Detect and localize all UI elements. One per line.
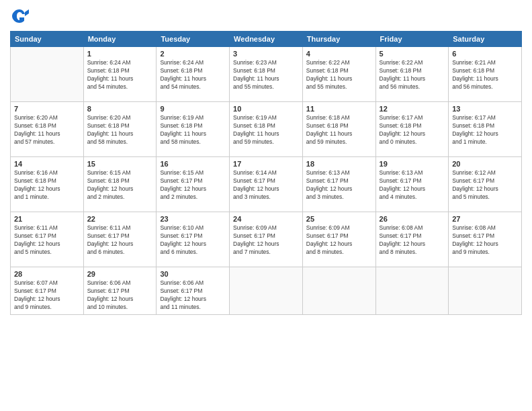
day-info: Sunrise: 6:13 AM Sunset: 6:17 PM Dayligh… xyxy=(380,169,445,201)
calendar-cell: 24Sunrise: 6:09 AM Sunset: 6:17 PM Dayli… xyxy=(230,212,303,267)
day-number: 5 xyxy=(380,50,445,58)
day-number: 27 xyxy=(452,215,518,223)
calendar-header-thursday: Thursday xyxy=(302,32,375,47)
day-number: 10 xyxy=(233,105,299,113)
calendar-cell xyxy=(11,47,84,102)
calendar-cell: 8Sunrise: 6:20 AM Sunset: 6:18 PM Daylig… xyxy=(83,102,157,157)
day-number: 29 xyxy=(87,270,153,278)
calendar-week-row: 28Sunrise: 6:07 AM Sunset: 6:17 PM Dayli… xyxy=(11,267,522,315)
page: SundayMondayTuesdayWednesdayThursdayFrid… xyxy=(0,0,532,411)
calendar-cell: 9Sunrise: 6:19 AM Sunset: 6:18 PM Daylig… xyxy=(157,102,230,157)
day-info: Sunrise: 6:06 AM Sunset: 6:17 PM Dayligh… xyxy=(87,279,153,312)
calendar-cell xyxy=(449,267,522,315)
day-info: Sunrise: 6:13 AM Sunset: 6:17 PM Dayligh… xyxy=(306,169,372,201)
day-info: Sunrise: 6:08 AM Sunset: 6:17 PM Dayligh… xyxy=(452,224,518,257)
day-number: 11 xyxy=(306,105,372,113)
calendar-week-row: 1Sunrise: 6:24 AM Sunset: 6:18 PM Daylig… xyxy=(11,47,522,102)
calendar-cell: 22Sunrise: 6:11 AM Sunset: 6:17 PM Dayli… xyxy=(83,212,157,267)
calendar-cell xyxy=(230,267,303,315)
calendar-header-wednesday: Wednesday xyxy=(230,32,303,47)
day-info: Sunrise: 6:08 AM Sunset: 6:17 PM Dayligh… xyxy=(380,224,445,257)
calendar-header-tuesday: Tuesday xyxy=(157,32,230,47)
calendar-week-row: 7Sunrise: 6:20 AM Sunset: 6:18 PM Daylig… xyxy=(11,102,522,157)
calendar-cell: 3Sunrise: 6:23 AM Sunset: 6:18 PM Daylig… xyxy=(230,47,303,102)
calendar-cell: 14Sunrise: 6:16 AM Sunset: 6:18 PM Dayli… xyxy=(11,157,84,212)
calendar-cell: 25Sunrise: 6:09 AM Sunset: 6:17 PM Dayli… xyxy=(302,212,375,267)
day-number: 26 xyxy=(380,215,445,223)
day-info: Sunrise: 6:18 AM Sunset: 6:18 PM Dayligh… xyxy=(306,114,372,146)
day-info: Sunrise: 6:15 AM Sunset: 6:17 PM Dayligh… xyxy=(160,169,226,201)
day-number: 9 xyxy=(160,105,226,113)
day-info: Sunrise: 6:22 AM Sunset: 6:18 PM Dayligh… xyxy=(306,59,372,91)
calendar-cell: 30Sunrise: 6:06 AM Sunset: 6:17 PM Dayli… xyxy=(157,267,230,315)
day-info: Sunrise: 6:16 AM Sunset: 6:18 PM Dayligh… xyxy=(14,169,80,201)
calendar-cell: 23Sunrise: 6:10 AM Sunset: 6:17 PM Dayli… xyxy=(157,212,230,267)
day-info: Sunrise: 6:06 AM Sunset: 6:17 PM Dayligh… xyxy=(160,279,226,312)
calendar-cell: 27Sunrise: 6:08 AM Sunset: 6:17 PM Dayli… xyxy=(449,212,522,267)
calendar-cell: 5Sunrise: 6:22 AM Sunset: 6:18 PM Daylig… xyxy=(375,47,449,102)
day-number: 17 xyxy=(233,160,299,168)
day-info: Sunrise: 6:22 AM Sunset: 6:18 PM Dayligh… xyxy=(380,59,445,91)
day-number: 23 xyxy=(160,215,226,223)
day-info: Sunrise: 6:24 AM Sunset: 6:18 PM Dayligh… xyxy=(160,59,226,91)
day-number: 16 xyxy=(160,160,226,168)
day-number: 30 xyxy=(160,270,226,278)
day-number: 14 xyxy=(14,160,80,168)
day-number: 1 xyxy=(87,50,153,58)
calendar-cell: 26Sunrise: 6:08 AM Sunset: 6:17 PM Dayli… xyxy=(375,212,449,267)
day-number: 22 xyxy=(87,215,153,223)
day-info: Sunrise: 6:17 AM Sunset: 6:18 PM Dayligh… xyxy=(380,114,445,146)
day-info: Sunrise: 6:11 AM Sunset: 6:17 PM Dayligh… xyxy=(87,224,153,257)
calendar-cell: 16Sunrise: 6:15 AM Sunset: 6:17 PM Dayli… xyxy=(157,157,230,212)
calendar-cell xyxy=(302,267,375,315)
day-info: Sunrise: 6:11 AM Sunset: 6:17 PM Dayligh… xyxy=(14,224,80,257)
day-info: Sunrise: 6:10 AM Sunset: 6:17 PM Dayligh… xyxy=(160,224,226,257)
day-number: 4 xyxy=(306,50,372,58)
calendar-cell: 18Sunrise: 6:13 AM Sunset: 6:17 PM Dayli… xyxy=(302,157,375,212)
calendar-cell: 4Sunrise: 6:22 AM Sunset: 6:18 PM Daylig… xyxy=(302,47,375,102)
calendar-header-saturday: Saturday xyxy=(449,32,522,47)
day-info: Sunrise: 6:20 AM Sunset: 6:18 PM Dayligh… xyxy=(87,114,153,146)
day-number: 8 xyxy=(87,105,153,113)
day-info: Sunrise: 6:17 AM Sunset: 6:18 PM Dayligh… xyxy=(452,114,518,146)
day-number: 19 xyxy=(380,160,445,168)
calendar-cell: 29Sunrise: 6:06 AM Sunset: 6:17 PM Dayli… xyxy=(83,267,157,315)
day-info: Sunrise: 6:23 AM Sunset: 6:18 PM Dayligh… xyxy=(233,59,299,91)
day-info: Sunrise: 6:09 AM Sunset: 6:17 PM Dayligh… xyxy=(306,224,372,257)
day-number: 24 xyxy=(233,215,299,223)
calendar-cell: 12Sunrise: 6:17 AM Sunset: 6:18 PM Dayli… xyxy=(375,102,449,157)
calendar-cell: 19Sunrise: 6:13 AM Sunset: 6:17 PM Dayli… xyxy=(375,157,449,212)
logo xyxy=(10,7,32,26)
day-info: Sunrise: 6:19 AM Sunset: 6:18 PM Dayligh… xyxy=(160,114,226,146)
header xyxy=(10,7,522,26)
calendar-cell: 21Sunrise: 6:11 AM Sunset: 6:17 PM Dayli… xyxy=(11,212,84,267)
calendar-cell: 11Sunrise: 6:18 AM Sunset: 6:18 PM Dayli… xyxy=(302,102,375,157)
day-info: Sunrise: 6:24 AM Sunset: 6:18 PM Dayligh… xyxy=(87,59,153,91)
logo-icon xyxy=(10,7,29,26)
calendar-cell xyxy=(375,267,449,315)
calendar-cell: 28Sunrise: 6:07 AM Sunset: 6:17 PM Dayli… xyxy=(11,267,84,315)
calendar-cell: 20Sunrise: 6:12 AM Sunset: 6:17 PM Dayli… xyxy=(449,157,522,212)
day-number: 3 xyxy=(233,50,299,58)
calendar-cell: 7Sunrise: 6:20 AM Sunset: 6:18 PM Daylig… xyxy=(11,102,84,157)
calendar-cell: 17Sunrise: 6:14 AM Sunset: 6:17 PM Dayli… xyxy=(230,157,303,212)
calendar-header-sunday: Sunday xyxy=(11,32,84,47)
calendar-table: SundayMondayTuesdayWednesdayThursdayFrid… xyxy=(10,31,522,315)
day-info: Sunrise: 6:19 AM Sunset: 6:18 PM Dayligh… xyxy=(233,114,299,146)
calendar-cell: 10Sunrise: 6:19 AM Sunset: 6:18 PM Dayli… xyxy=(230,102,303,157)
day-info: Sunrise: 6:09 AM Sunset: 6:17 PM Dayligh… xyxy=(233,224,299,257)
calendar-header-friday: Friday xyxy=(375,32,449,47)
day-info: Sunrise: 6:15 AM Sunset: 6:18 PM Dayligh… xyxy=(87,169,153,201)
calendar-cell: 15Sunrise: 6:15 AM Sunset: 6:18 PM Dayli… xyxy=(83,157,157,212)
day-info: Sunrise: 6:21 AM Sunset: 6:18 PM Dayligh… xyxy=(452,59,518,91)
day-number: 28 xyxy=(14,270,80,278)
calendar-cell: 13Sunrise: 6:17 AM Sunset: 6:18 PM Dayli… xyxy=(449,102,522,157)
day-number: 6 xyxy=(452,50,518,58)
day-number: 15 xyxy=(87,160,153,168)
day-number: 18 xyxy=(306,160,372,168)
day-number: 12 xyxy=(380,105,445,113)
day-info: Sunrise: 6:14 AM Sunset: 6:17 PM Dayligh… xyxy=(233,169,299,201)
calendar-cell: 6Sunrise: 6:21 AM Sunset: 6:18 PM Daylig… xyxy=(449,47,522,102)
day-info: Sunrise: 6:07 AM Sunset: 6:17 PM Dayligh… xyxy=(14,279,80,312)
day-info: Sunrise: 6:20 AM Sunset: 6:18 PM Dayligh… xyxy=(14,114,80,146)
